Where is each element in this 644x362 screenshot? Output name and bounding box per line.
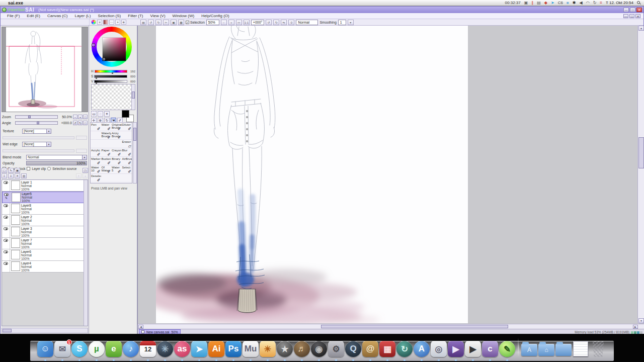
dock-preview-icon[interactable]: ◎ (431, 341, 447, 357)
dock-app-store-icon[interactable]: A (414, 341, 430, 357)
saturation-slider[interactable] (94, 75, 127, 78)
nav-angle-reset-button[interactable]: □ (83, 121, 88, 125)
merge-down-icon[interactable]: ⇓ (8, 173, 14, 178)
canvas-hscrollbar[interactable]: ◀ ▶ (138, 324, 644, 329)
dock-muse-icon[interactable]: Mu (243, 341, 259, 357)
tool-water-5[interactable]: Water 5✐ (111, 165, 122, 173)
rgb-slider-tab-icon[interactable]: ≡ (97, 20, 102, 25)
nav-angle-slider[interactable] (15, 121, 58, 125)
dock-itunes-icon[interactable]: ♪ (123, 341, 139, 357)
spotlight-icon[interactable] (637, 1, 641, 5)
hscroll-thumb[interactable] (321, 325, 508, 328)
dock-gears-utility-icon[interactable]: ⚙ (328, 341, 344, 357)
tool-select[interactable]: Select✐ (122, 165, 132, 173)
tool-airbrush[interactable]: AirBrush✐ (122, 157, 132, 165)
tool-water-10[interactable]: Water 10✐ (91, 165, 101, 173)
dock-photoshop-icon[interactable]: Ps (225, 341, 242, 357)
window-titlebar[interactable]: PaintTool SAI (Not saved)(New canvas.sai… (1, 7, 643, 13)
smoothing-spinner[interactable]: ▾ (348, 20, 354, 25)
tool-waterly-brush[interactable]: Waterly Brush✐ (101, 131, 112, 139)
doc-close-button[interactable]: ✕ (635, 14, 640, 18)
menu-view[interactable]: View (V) (146, 14, 169, 18)
smoothing-value-box[interactable]: 1 (338, 20, 346, 25)
flip-button[interactable]: ⇋ (281, 20, 287, 25)
recording-timer[interactable]: 00:32:37 (505, 1, 521, 5)
blend-mode-select[interactable]: Normal▼ (26, 155, 87, 160)
tool-deselect[interactable]: Deselect✐ (91, 174, 101, 182)
wet-edge-select[interactable]: [None]▼ (22, 142, 51, 147)
layer-visibility-eye-icon[interactable] (4, 250, 8, 253)
color-wheel-tab-icon[interactable] (91, 20, 96, 25)
mixer-tab-icon[interactable] (103, 20, 108, 25)
new-layer-set-icon[interactable]: ▣ (15, 168, 20, 173)
layer-row-layer4[interactable]: Layer4Normal100% (2, 261, 88, 273)
nav-zoom-out-button[interactable]: − (73, 115, 77, 119)
vpn-menu-icon[interactable]: ≡ (600, 1, 602, 6)
foreground-color-swatch[interactable] (122, 110, 129, 118)
layer-row-layer-2[interactable]: Layer 2Normal100% (2, 215, 88, 226)
doc-minimize-button[interactable]: — (623, 14, 628, 18)
layer-thumbnail[interactable] (11, 180, 20, 190)
tool-marker[interactable]: Marker✐ (91, 157, 101, 165)
paste-button[interactable]: ▩ (178, 20, 184, 25)
menu-file[interactable]: File (F) (4, 14, 23, 18)
saturation-value-square[interactable] (103, 38, 126, 61)
dock-utorrent-icon[interactable]: µ (89, 341, 105, 357)
tool-diluter[interactable]: Diluter✐ (122, 123, 132, 131)
zoom-value-box[interactable]: 50% (206, 20, 219, 25)
clear-layer-icon[interactable]: ✕ (15, 173, 20, 178)
layer-thumbnail[interactable] (11, 215, 20, 225)
cut-button[interactable]: ✂ (163, 20, 169, 25)
dock-skype-icon[interactable]: S (71, 341, 88, 357)
layer-thumbnail[interactable] (11, 227, 20, 236)
opacity-slider[interactable]: 100% (26, 161, 87, 165)
dock-finder-icon[interactable]: ☺ (37, 341, 53, 357)
settings-star-icon[interactable]: ✳ (121, 20, 126, 25)
twitter-bird-icon[interactable]: ➤ (551, 1, 554, 6)
layer-list-scrollbar[interactable] (84, 180, 88, 326)
dock-caffeine-cup-icon[interactable]: c (482, 341, 498, 357)
layer-visibility-eye-icon[interactable] (4, 193, 9, 196)
scroll-left-arrow[interactable]: ◀ (138, 325, 143, 329)
dock-folder-home-icon[interactable]: ⌂ (538, 344, 554, 356)
menu-canvas[interactable]: Canvas (C) (44, 14, 71, 18)
tool-grid-scrollbar[interactable] (133, 122, 137, 184)
dock-calendar-icon[interactable]: 12 (140, 341, 156, 357)
layer-row-layer-1[interactable]: Layer 1Normal100% (2, 180, 88, 192)
redo-button[interactable]: ↻ (155, 20, 162, 25)
doc-icon-button[interactable]: ▤ (140, 20, 146, 25)
window-close-button[interactable]: ✕ (636, 8, 642, 12)
pause-icon[interactable]: ∥ (531, 1, 533, 6)
layer-thumbnail[interactable] (11, 238, 20, 248)
navigator-preview[interactable] (2, 27, 88, 112)
transfer-down-icon[interactable]: ⇩ (2, 173, 7, 178)
tool-eraser[interactable]: Eraser▱ (122, 140, 132, 148)
wifi-icon[interactable]: ◠ (586, 1, 590, 6)
canvas-viewport[interactable]: ▲ ▼ ◀ ▶ New canvas.sai 50% Memory load 5… (137, 26, 644, 334)
layer-row-layer5[interactable]: ✎Layer5Normal100% (2, 192, 88, 203)
dock-network-globe-icon[interactable]: ✳ (157, 341, 173, 357)
dock-garageband-icon[interactable]: ♬ (294, 341, 310, 357)
printer-icon[interactable]: ▤ (537, 1, 541, 6)
menu-layer[interactable]: Layer (L) (71, 14, 94, 18)
layer-row-layer-3[interactable]: Layer 3Normal100% (2, 226, 88, 238)
tool-water[interactable]: Water✐ (101, 123, 112, 131)
tool-of-water[interactable]: Of Water✐ (101, 165, 112, 173)
tool-pen[interactable]: Pen✐ (91, 123, 101, 131)
rotate-cw-button[interactable]: ↻ (273, 20, 279, 25)
scratchpad-scrollbar[interactable] (131, 84, 135, 110)
add-swatch-icon[interactable]: + (115, 20, 120, 25)
mac-app-name[interactable]: sai.exe (8, 1, 23, 6)
blue-app-icon[interactable]: ■ (567, 1, 569, 6)
layer-row-layer-7[interactable]: Layer 7Normal100% (2, 238, 88, 249)
dock-imovie-icon[interactable]: ★ (277, 341, 293, 357)
dock-mail-icon[interactable]: ✉1 (54, 341, 70, 357)
chat-app-icon[interactable]: ◆ (544, 1, 547, 6)
dropdown-arrow-icon[interactable]: ▼ (82, 155, 87, 159)
window-maximize-button[interactable]: □ (630, 8, 635, 12)
dock-lastfm-icon[interactable]: as (174, 341, 190, 357)
zoom-fit-button[interactable]: ▭ (236, 20, 242, 25)
layer-visibility-eye-icon[interactable] (4, 262, 8, 265)
tool-paper[interactable]: Paper✐ (101, 148, 112, 156)
menu-selection[interactable]: Selection (S) (94, 14, 124, 18)
